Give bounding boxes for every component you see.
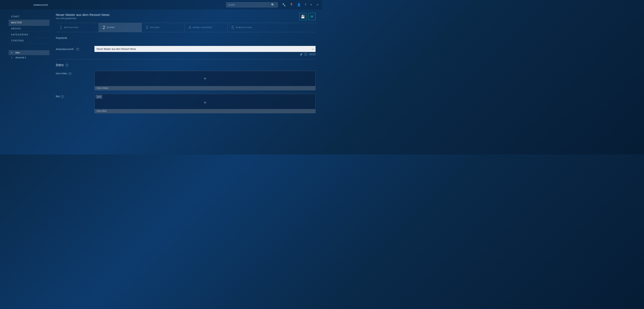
keywords-label: Keywords [56,36,67,40]
top-nav-icons: 🔧 📍 👤 ? + ↗ [282,3,318,7]
char-count: 33/120 [309,53,316,56]
bild-field-row: Bild ? 16:9 + Intro-Bild [56,94,316,113]
bild-label: Bild ? [56,94,90,98]
link-icon[interactable]: 🔗 [300,53,302,56]
aspect-ratio-badge: 16:9 [96,95,102,98]
save-button[interactable]: 💾 [299,13,306,20]
top-nav: newsroom 🔍 🔧 📍 👤 ? + ↗ [0,0,322,10]
artikel-input-container: ↔ [94,46,316,52]
bild-box-label: Intro-Bild [95,109,315,113]
artikel-input-wrapper: ↔ 🔗 ? 33/120 [94,46,316,56]
content-area: Neuer Master aus dem Ressort News neu ni… [49,10,322,154]
sidebar-item-archiv[interactable]: ARCHIV [8,26,49,32]
step-more-content[interactable]: 4 MORE CONTENT [184,23,228,32]
keywords-row: Keywords [56,36,316,40]
bild-help-icon[interactable]: ? [61,95,64,98]
step-metadaten[interactable]: 1 METADATEN [56,23,99,32]
intro-help-icon[interactable]: ? [66,64,68,66]
search-input[interactable] [228,4,271,6]
bild-upload-box[interactable]: 16:9 + Intro-Bild [94,94,316,113]
artikel-label: Artikelüberschrift * ? [56,46,90,51]
page-subtitle: neu nicht gespeichert [56,17,110,20]
sidebar-item-contens[interactable]: CONTENS [8,38,49,44]
step-story[interactable]: 2 STORY [99,23,142,32]
artikel-help-icon[interactable]: ? [76,48,79,51]
sidebar-item-kategorien[interactable]: KATEGORIEN [8,32,49,38]
section-nav: 0 Intro 1 Abschnitt 1 [8,50,49,60]
sidebar-item-master[interactable]: MASTER [8,20,49,26]
save-icon: 💾 [301,14,305,19]
intro-video-label: Intro-Video ? [56,71,90,75]
word-icon: W [310,15,313,18]
step-publikation[interactable]: 5 PUBLIKATION [228,23,270,32]
intro-section-title: Intro ? [56,63,316,68]
intro-video-box-label: Intro-Video [95,86,315,90]
intro-video-upload-box[interactable]: + Intro-Video [94,71,316,90]
section-divider [56,59,316,60]
left-sidebar: START MASTER ARCHIV KATEGORIEN CONTENS 0… [0,10,49,154]
page-title-block: Neuer Master aus dem Ressort News neu ni… [56,13,110,20]
help-icon[interactable]: ? [304,3,306,6]
search-icon[interactable]: 🔍 [271,3,274,6]
app-logo: newsroom [4,3,48,6]
search-bar[interactable]: 🔍 [226,2,278,7]
step-teaser[interactable]: 3 TEASER [142,23,184,32]
page-header: Neuer Master aus dem Ressort News neu ni… [56,10,316,23]
word-export-button[interactable]: W [308,13,316,20]
bild-box-wrapper: 16:9 + Intro-Bild [94,94,316,113]
artikel-field-row: Artikelüberschrift * ? ↔ 🔗 ? 33/120 [56,46,316,56]
intro-video-input: + Intro-Video [94,71,316,90]
section-nav-intro[interactable]: 0 Intro [8,50,49,55]
intro-video-help-icon[interactable]: ? [69,72,72,75]
location-icon[interactable]: 📍 [290,3,293,6]
artikel-input[interactable] [94,46,316,52]
bild-add-icon[interactable]: + [95,94,315,109]
add-icon[interactable]: + [310,3,312,7]
bild-input: 16:9 + Intro-Bild [94,94,316,113]
sidebar-item-start[interactable]: START [8,14,49,20]
page-title: Neuer Master aus dem Ressort News [56,13,110,16]
expand-icon[interactable]: ↔ [312,48,314,51]
page-actions: 💾 W [299,13,316,20]
step-nav: 1 METADATEN 2 STORY 3 TEASER 4 MORE CONT… [56,23,316,32]
artikel-input-meta: 🔗 ? 33/120 [94,53,316,56]
section-nav-abschnitt1[interactable]: 1 Abschnitt 1 [8,55,49,60]
form-section: Keywords Artikelüberschrift * ? ↔ 🔗 ? [56,36,316,121]
user-icon[interactable]: 👤 [297,3,301,6]
help-char-icon[interactable]: ? [304,53,307,56]
sidebar-nav: START MASTER ARCHIV KATEGORIEN CONTENS [8,14,49,44]
settings-icon[interactable]: 🔧 [282,3,286,6]
intro-video-add-icon[interactable]: + [95,71,315,86]
export-icon[interactable]: ↗ [316,3,318,6]
main-layout: START MASTER ARCHIV KATEGORIEN CONTENS 0… [0,10,322,154]
intro-video-field-row: Intro-Video ? + Intro-Video [56,71,316,90]
